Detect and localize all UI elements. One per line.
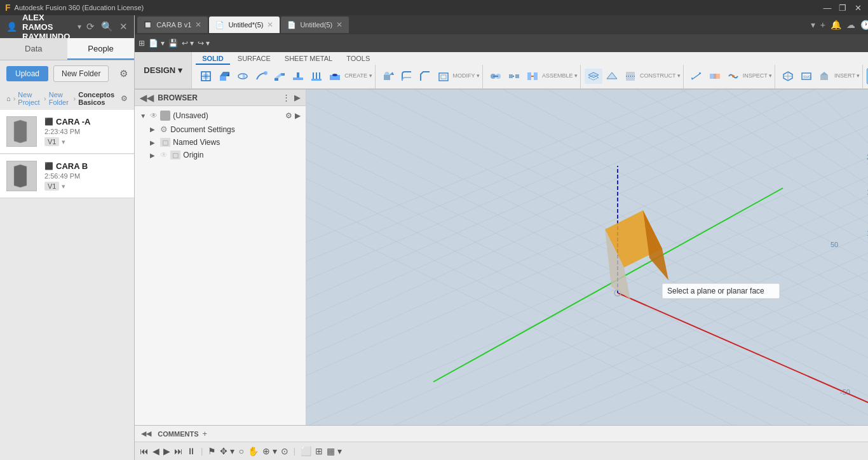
tree-root-settings[interactable]: ⚙ [285,111,292,120]
contact-sets-button[interactable] [524,69,541,84]
new-tab-button[interactable]: + [819,18,827,31]
new-component-button[interactable] [197,69,215,84]
file-menu-button[interactable]: 📄 ▾ [149,39,164,48]
orbit-button[interactable]: ○ [238,446,243,456]
restore-button[interactable]: ❐ [837,3,848,13]
cloud-sync-icon[interactable]: ☁ [845,18,857,31]
save-button[interactable]: 💾 [168,39,178,48]
tree-origin-eye[interactable]: 👁 [160,151,168,159]
doc-tab-untitled5-star[interactable]: 📄 Untitled*(5) ✕ [209,17,280,33]
offset-plane-button[interactable] [585,69,602,84]
search-icon[interactable]: 🔍 [101,21,113,32]
tree-root-eye[interactable]: 👁 [150,111,158,120]
browser-menu-button[interactable]: ⋮ [282,93,290,102]
pan-button[interactable]: ✋ [248,446,259,456]
doc-tab-close-untitled5-star[interactable]: ✕ [267,20,273,29]
tree-named-views-chevron[interactable]: ▶ [150,139,158,146]
breadcrumb-settings-icon[interactable]: ⚙ [121,94,128,103]
tree-named-views[interactable]: ▶ □ Named Views [135,136,306,149]
design-dropdown-button[interactable]: DESIGN ▾ [135,52,192,88]
tree-origin[interactable]: ▶ 👁 □ Origin [135,149,306,161]
refresh-icon[interactable]: ⟳ [86,21,95,32]
interference-button[interactable] [706,69,724,84]
insert-mesh-button[interactable] [779,69,797,84]
file-version-cara-a[interactable]: V1 ▾ [44,135,128,146]
history-icon[interactable]: 🕐 [859,18,868,31]
zoom-fit-button[interactable]: ⊙ [281,446,288,456]
browser-expand-button[interactable]: ▶ [294,93,301,102]
minimize-button[interactable]: — [822,3,832,13]
version-arrow[interactable]: ▾ [62,138,65,145]
curvature-map-button[interactable] [724,69,742,84]
shell-button[interactable] [435,69,452,84]
tab-list-button[interactable]: ▾ [810,18,817,31]
close-button[interactable]: ✕ [853,3,863,13]
breadcrumb-new-folder[interactable]: New Folder [49,91,71,106]
upload-button[interactable]: Upload [6,66,48,81]
version-arrow-b[interactable]: ▾ [62,182,65,190]
nav-play-button[interactable]: ▶ [163,446,170,456]
file-version-cara-b[interactable]: V1 ▾ [44,180,128,191]
decal-button[interactable] [816,69,834,84]
panel-settings-icon[interactable]: ⚙ [119,68,128,79]
tab-data[interactable]: Data [0,38,67,60]
angle-plane-button[interactable] [603,69,621,84]
nav-pause-button[interactable]: ⏸ [187,446,196,456]
nav-prev-button[interactable]: ◀ [153,446,159,456]
tab-solid[interactable]: SOLID [196,53,230,65]
filter-button[interactable]: ⚑ [208,446,216,456]
sweep-button[interactable] [252,69,270,84]
nav-first-button[interactable]: ⏮ [140,446,149,456]
add-comment-button[interactable]: + [203,429,208,438]
file-item-cara-a[interactable]: ⬛ CARA -A 2:23:43 PM V1 ▾ [0,110,134,154]
measure-button[interactable] [688,69,705,84]
grid-button[interactable]: ⊞ [315,446,323,456]
hole-button[interactable] [326,69,344,84]
tree-doc-settings[interactable]: ▶ ⚙ Document Settings [135,123,306,136]
new-folder-button[interactable]: New Folder [53,65,109,82]
doc-tab-close-untitled5[interactable]: ✕ [336,20,342,29]
titlebar-controls[interactable]: — ❐ ✕ [822,3,863,13]
nav-next-button[interactable]: ⏭ [174,446,183,456]
doc-tab-cara-b[interactable]: 🔲 CARA B v1 ✕ [137,17,208,33]
rib-button[interactable] [289,69,307,84]
doc-tab-close-cara-b[interactable]: ✕ [195,20,201,29]
view-mode-button[interactable]: ⬜ [301,446,311,456]
file-item-cara-b[interactable]: ⬛ CARA B 2:56:49 PM V1 ▾ [0,154,134,198]
revolve-button[interactable] [234,69,252,84]
tab-tools[interactable]: TOOLS [340,53,376,65]
tree-doc-settings-chevron[interactable]: ▶ [150,126,158,133]
tree-root-play[interactable]: ▶ [295,111,301,120]
display-settings-button[interactable]: ▦ ▾ [327,446,342,456]
loft-button[interactable] [271,69,288,84]
tree-root-item[interactable]: ▼ 👁 (Unsaved) ⚙ ▶ [135,109,306,123]
move-button[interactable]: ✥ ▾ [220,446,234,456]
redo-button[interactable]: ↪ ▾ [198,39,210,48]
joint-button[interactable] [487,69,505,84]
notification-icon[interactable]: 🔔 [829,18,843,31]
extrude-button[interactable] [215,69,233,84]
rigid-group-button[interactable] [505,69,523,84]
midplane-button[interactable] [621,69,639,84]
home-icon[interactable]: ⌂ [6,95,11,102]
tree-root-chevron[interactable]: ▼ [140,112,147,119]
chamfer-button[interactable] [416,69,434,84]
tab-sheet-metal[interactable]: SHEET METAL [278,53,339,65]
user-menu-chevron[interactable]: ▾ [78,22,81,31]
tab-people[interactable]: People [67,38,135,60]
insert-svg-button[interactable]: SVG [797,69,815,84]
viewport[interactable]: 50 100 150 200 -50 -100 -150 [306,90,868,425]
tab-surface[interactable]: SURFACE [231,53,277,65]
web-button[interactable] [308,69,325,84]
browser-collapse-icon[interactable]: ◀◀ [140,93,154,103]
push-pull-button[interactable] [379,69,397,84]
undo-button[interactable]: ↩ ▾ [182,39,194,48]
close-panel-icon[interactable]: ✕ [119,21,128,32]
zoom-in-button[interactable]: ⊕ ▾ [262,446,277,456]
breadcrumb-new-project[interactable]: New Project [18,91,41,106]
comments-collapse-icon[interactable]: ◀◀ [141,430,151,438]
doc-tab-untitled5[interactable]: 📄 Untitled(5) ✕ [281,17,349,33]
tree-origin-chevron[interactable]: ▶ [150,152,158,159]
waffle-menu-button[interactable]: ⊞ [139,39,145,48]
fillet-button[interactable] [398,69,416,84]
